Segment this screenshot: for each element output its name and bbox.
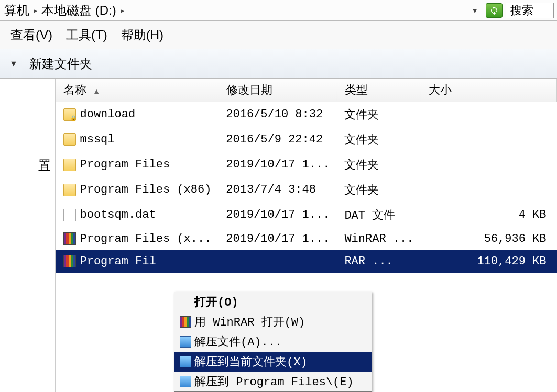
column-header-name[interactable]: 名称 ▲: [56, 79, 219, 102]
chevron-down-icon[interactable]: ▼: [9, 59, 18, 69]
extract-icon: [180, 336, 191, 348]
file-size-cell: [421, 127, 556, 152]
extract-icon: [180, 376, 191, 387]
context-menu: 打开(O)用 WinRAR 打开(W)解压文件(A)...解压到当前文件夹(X)…: [174, 292, 372, 392]
context-menu-item[interactable]: 用 WinRAR 打开(W): [174, 312, 372, 332]
context-menu-item[interactable]: 解压到 Program Files\(E): [174, 372, 372, 391]
file-name-cell[interactable]: Program Files (x...: [56, 228, 219, 250]
search-input[interactable]: 搜索: [506, 3, 554, 18]
archive-icon: [63, 232, 76, 245]
column-header-date[interactable]: 修改日期: [219, 79, 337, 102]
column-label: 名称: [63, 83, 86, 96]
blank-icon: [180, 296, 191, 308]
address-bar: 算机 ▸ 本地磁盘 (D:) ▸ ▼ 搜索: [0, 0, 557, 21]
file-name-label: Program Fil: [80, 255, 156, 268]
table-row[interactable]: Program Files2019/10/17 1...文件夹: [56, 152, 557, 177]
file-type-cell: 文件夹: [337, 102, 421, 127]
file-date-cell: 2016/5/9 22:42: [219, 127, 337, 152]
chevron-right-icon[interactable]: ▸: [119, 6, 125, 15]
sort-ascending-icon: ▲: [93, 87, 100, 95]
file-type-cell: 文件夹: [337, 177, 421, 203]
file-size-cell: 110,429 KB: [421, 250, 556, 273]
folder-icon: [63, 108, 76, 121]
extract-icon: [180, 356, 191, 367]
column-header-type[interactable]: 类型: [337, 79, 421, 102]
file-name-label: download: [80, 108, 136, 121]
table-row[interactable]: Program Files (x86)2013/7/4 3:48文件夹: [56, 177, 557, 203]
file-name-cell[interactable]: mssql: [56, 127, 219, 152]
menu-bar: 查看(V) 工具(T) 帮助(H): [0, 21, 557, 49]
file-name-label: bootsqm.dat: [80, 208, 156, 221]
context-menu-item[interactable]: 解压文件(A)...: [174, 332, 372, 352]
context-menu-item[interactable]: 解压到当前文件夹(X): [174, 352, 372, 372]
refresh-icon: [489, 6, 499, 15]
file-table: 名称 ▲ 修改日期 类型 大小 download2016/5/10 8:32文件…: [56, 79, 557, 273]
toolbar: ▼ 新建文件夹: [0, 49, 557, 79]
file-name-cell[interactable]: Program Fil: [56, 250, 219, 273]
file-name-label: mssql: [80, 133, 115, 146]
search-placeholder: 搜索: [510, 3, 533, 18]
context-menu-label: 解压到 Program Files\(E): [194, 374, 354, 389]
file-type-cell: WinRAR ...: [337, 228, 421, 250]
file-size-cell: [421, 152, 556, 177]
table-row[interactable]: bootsqm.dat2019/10/17 1...DAT 文件4 KB: [56, 203, 557, 228]
file-name-cell[interactable]: bootsqm.dat: [56, 203, 219, 228]
file-type-cell: 文件夹: [337, 152, 421, 177]
context-menu-label: 解压文件(A)...: [194, 334, 282, 350]
file-type-cell: DAT 文件: [337, 203, 421, 228]
folder-icon: [63, 159, 76, 171]
chevron-down-icon[interactable]: ▼: [471, 6, 478, 15]
file-size-cell: [421, 102, 556, 127]
file-name-cell[interactable]: download: [56, 102, 219, 127]
menu-view[interactable]: 查看(V): [10, 27, 52, 43]
navigation-pane[interactable]: 置: [0, 79, 56, 392]
breadcrumb-part[interactable]: 本地磁盘 (D:): [40, 2, 117, 19]
file-size-cell: 4 KB: [421, 203, 556, 228]
archive-icon: [180, 316, 191, 328]
file-name-label: Program Files: [80, 158, 170, 171]
file-date-cell: 2016/5/10 8:32: [219, 102, 337, 127]
breadcrumb[interactable]: 算机 ▸ 本地磁盘 (D:) ▸: [3, 2, 471, 19]
file-name-cell[interactable]: Program Files (x86): [56, 177, 219, 203]
context-menu-label: 解压到当前文件夹(X): [194, 354, 308, 369]
table-row[interactable]: Program Files (x...2019/10/17 1...WinRAR…: [56, 228, 557, 250]
table-row[interactable]: mssql2016/5/9 22:42文件夹: [56, 127, 557, 152]
file-date-cell: 2019/10/17 1...: [219, 203, 337, 228]
file-name-label: Program Files (x86): [80, 183, 212, 196]
table-row[interactable]: Program Fil RAR ...110,429 KB: [56, 250, 557, 273]
new-folder-button[interactable]: 新建文件夹: [29, 55, 92, 72]
sidebar-item-label[interactable]: 置: [0, 157, 51, 174]
file-size-cell: [421, 177, 556, 203]
context-menu-label: 打开(O): [194, 294, 238, 310]
file-name-label: Program Files (x...: [80, 232, 212, 245]
file-size-cell: 56,936 KB: [421, 228, 556, 250]
column-header-size[interactable]: 大小: [421, 79, 556, 102]
file-date-cell: 2013/7/4 3:48: [219, 177, 337, 203]
context-menu-label: 用 WinRAR 打开(W): [194, 314, 305, 330]
file-type-cell: 文件夹: [337, 127, 421, 152]
file-date-cell: 2019/10/17 1...: [219, 152, 337, 177]
file-type-cell: RAR ...: [337, 250, 421, 273]
folder-icon: [63, 184, 76, 196]
file-date-cell: 2019/10/17 1...: [219, 228, 337, 250]
menu-help[interactable]: 帮助(H): [121, 27, 163, 43]
table-row[interactable]: download2016/5/10 8:32文件夹: [56, 102, 557, 127]
menu-tools[interactable]: 工具(T): [66, 27, 107, 43]
chevron-right-icon[interactable]: ▸: [32, 6, 38, 15]
file-name-cell[interactable]: Program Files: [56, 152, 219, 177]
file-date-cell: [219, 250, 337, 273]
file-icon: [63, 209, 76, 221]
refresh-button[interactable]: [486, 3, 503, 18]
context-menu-item[interactable]: 打开(O): [174, 292, 372, 312]
breadcrumb-part[interactable]: 算机: [3, 2, 30, 19]
archive-icon: [63, 255, 76, 267]
folder-icon: [63, 133, 76, 146]
